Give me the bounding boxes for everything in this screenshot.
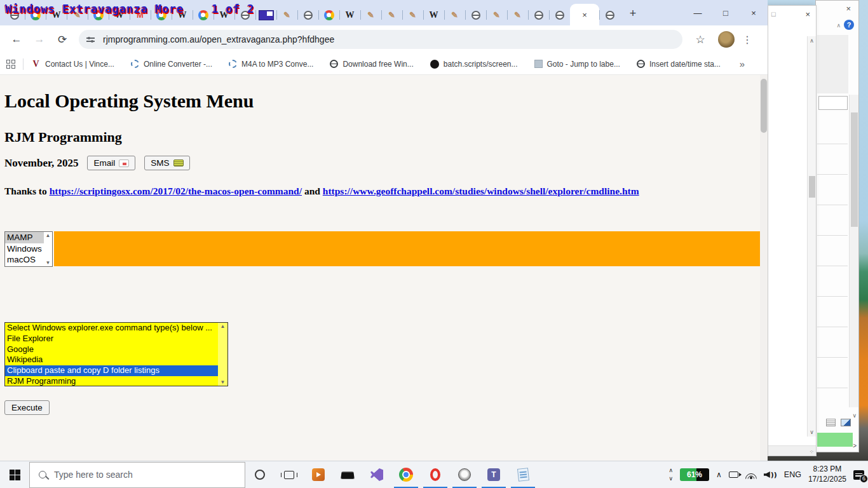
scroll-up-icon[interactable]: ∧ xyxy=(810,37,814,44)
bookmark-item[interactable]: batch.scripts/screen... xyxy=(430,60,518,69)
browser-tab[interactable]: ✎ xyxy=(444,4,465,25)
browser-tab[interactable] xyxy=(255,4,276,25)
visual-studio-button[interactable] xyxy=(362,461,391,488)
chrome-button[interactable] xyxy=(391,461,421,488)
browser-tab[interactable]: W xyxy=(172,4,193,25)
battery-indicator[interactable]: 61% xyxy=(680,468,709,481)
browser-tab[interactable]: W xyxy=(214,4,234,25)
command-option[interactable]: File Explorer xyxy=(5,334,218,344)
media-player-button[interactable] xyxy=(304,461,333,488)
sms-button[interactable]: SMS xyxy=(144,156,189,170)
start-button[interactable] xyxy=(0,461,29,488)
browser-tab[interactable]: W xyxy=(339,4,360,25)
browser-tab[interactable] xyxy=(151,4,172,25)
browser-tab[interactable]: ✎ xyxy=(276,4,297,25)
browser-tab[interactable] xyxy=(4,4,25,25)
os-option[interactable]: MAMP xyxy=(5,232,44,243)
vertical-scrollbar[interactable]: ∧ ∨ xyxy=(807,36,816,437)
browser-tab[interactable]: M xyxy=(130,4,151,25)
taskbar-search[interactable]: Type here to search xyxy=(29,462,245,488)
os-listbox-scrollbar[interactable]: ▲ ▼ xyxy=(44,232,52,266)
volume-icon[interactable]: )) xyxy=(764,471,777,479)
bookmark-item[interactable]: M4A to MP3 Conve... xyxy=(229,60,313,69)
close-button[interactable]: × xyxy=(740,0,768,25)
browser-tab[interactable]: ✎ xyxy=(507,4,528,25)
browser-tab[interactable] xyxy=(193,4,214,25)
browser-tab[interactable]: ✎ xyxy=(381,4,402,25)
bookmark-item[interactable]: Online Converter -... xyxy=(131,60,212,69)
command-listbox-scrollbar[interactable]: ▲ ▼ xyxy=(218,323,227,386)
command-option[interactable]: Google xyxy=(5,344,218,355)
scroll-down-icon[interactable]: ▼ xyxy=(45,260,50,266)
bookmark-item[interactable]: VContact Us | Vince... xyxy=(31,59,114,69)
task-view-button[interactable] xyxy=(275,461,304,488)
cortana-button[interactable] xyxy=(245,461,275,488)
geoffchappell-link[interactable]: https://www.geoffchappell.com/studies/wi… xyxy=(323,186,639,196)
help-icon[interactable]: ? xyxy=(844,20,854,30)
horizontal-scrollbar[interactable]: ⁘ xyxy=(768,445,816,456)
browser-tab[interactable]: ✎ xyxy=(402,4,423,25)
wallet-app-button[interactable] xyxy=(333,461,362,488)
reload-icon[interactable]: ⟳ xyxy=(53,30,71,48)
execute-button[interactable]: Execute xyxy=(4,400,50,415)
thumbnail-view-icon[interactable] xyxy=(841,419,851,426)
browser-tab[interactable]: W xyxy=(109,4,130,25)
details-view-icon[interactable] xyxy=(826,419,836,426)
bookmarks-overflow-icon[interactable]: » xyxy=(740,58,761,69)
scroll-down-icon[interactable]: ∨ xyxy=(810,429,814,435)
notepad-button[interactable] xyxy=(508,461,538,488)
command-listbox[interactable]: Select Windows explorer.exe command type… xyxy=(4,322,228,386)
gray-app-button[interactable] xyxy=(450,461,479,488)
browser-tab[interactable] xyxy=(528,4,549,25)
site-info-icon[interactable] xyxy=(86,34,97,44)
browser-menu-icon[interactable]: ⋮ xyxy=(741,34,754,46)
browser-tab[interactable]: ✎ xyxy=(360,4,381,25)
minimize-button[interactable]: — xyxy=(684,0,712,25)
email-button[interactable]: Email xyxy=(87,156,135,170)
maximize-icon[interactable]: □ xyxy=(771,10,776,18)
opera-button[interactable] xyxy=(421,461,450,488)
teams-button[interactable]: T xyxy=(479,461,508,488)
url-text[interactable]: rjmprogramming.com.au/open_extravaganza.… xyxy=(103,34,334,44)
command-option[interactable]: Select Windows explorer.exe command type… xyxy=(5,323,218,334)
scrollbar-thumb[interactable] xyxy=(809,176,815,198)
address-bar[interactable]: rjmprogramming.com.au/open_extravaganza.… xyxy=(79,30,682,49)
clock[interactable]: 8:23 PM 17/12/2025 xyxy=(808,464,846,484)
bookmark-item[interactable]: Goto - Jump to labe... xyxy=(534,60,620,69)
scrollbar-thumb[interactable] xyxy=(851,112,858,227)
close-icon[interactable]: × xyxy=(846,4,851,13)
browser-tab[interactable]: ✎ xyxy=(67,4,88,25)
os-option[interactable]: Windows xyxy=(5,243,44,255)
scroll-up-icon[interactable]: ▲ xyxy=(45,233,50,238)
forward-icon[interactable]: → xyxy=(31,30,48,48)
browser-tab[interactable] xyxy=(549,4,570,25)
vertical-scrollbar[interactable] xyxy=(849,95,858,407)
bookmark-item[interactable]: Insert date/time sta... xyxy=(637,60,721,69)
scroll-right-icon[interactable]: > xyxy=(853,442,857,449)
browser-tab[interactable]: W xyxy=(46,4,67,25)
maximize-button[interactable]: □ xyxy=(712,0,740,25)
meet-now-icon[interactable] xyxy=(729,471,738,478)
scroll-up-icon[interactable]: ▲ xyxy=(220,323,226,329)
tray-scroll-icons[interactable]: ∧ ∨ xyxy=(668,468,673,482)
resize-grip[interactable]: ⁘ xyxy=(809,449,815,455)
os-option[interactable]: macOS xyxy=(5,254,44,266)
apps-grid-icon[interactable] xyxy=(6,60,15,69)
os-listbox[interactable]: MAMPWindowsmacOS ▲ ▼ xyxy=(4,231,53,267)
active-tab[interactable]: × xyxy=(570,4,599,25)
page-scrollbar-thumb[interactable] xyxy=(761,79,767,133)
browser-tab[interactable] xyxy=(25,4,46,25)
scroll-down-icon[interactable]: ∨ xyxy=(852,412,857,419)
browser-tab[interactable] xyxy=(318,4,339,25)
command-option[interactable]: Clipboard paste and copy D folder listin… xyxy=(5,365,218,376)
browser-tab[interactable] xyxy=(234,4,255,25)
chevron-down-icon[interactable]: ∨ xyxy=(668,476,673,482)
browser-tab[interactable] xyxy=(599,4,620,25)
tab-close-icon[interactable]: × xyxy=(582,11,587,19)
browser-tab[interactable]: W xyxy=(423,4,444,25)
scroll-down-icon[interactable]: ▼ xyxy=(220,379,226,385)
hidden-icons-chevron[interactable]: ∧ xyxy=(716,470,722,479)
chevron-up-icon[interactable]: ∧ xyxy=(668,468,673,473)
wifi-icon[interactable] xyxy=(745,471,757,479)
back-icon[interactable]: ← xyxy=(8,30,25,48)
